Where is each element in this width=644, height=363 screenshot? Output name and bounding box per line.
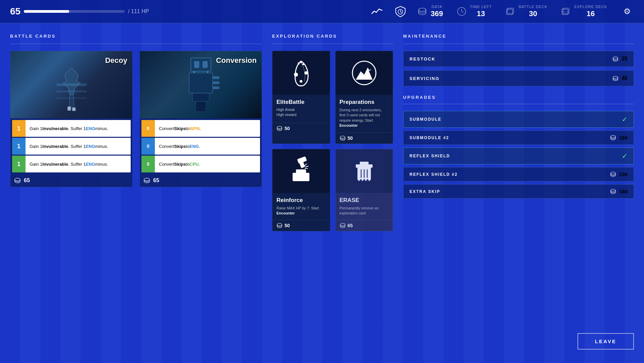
reinforce-footer: 50: [272, 220, 330, 231]
decoy-ability-3: 1 Gain 1 Invulnerable. Suffer 1 ENG minu…: [12, 156, 131, 172]
reinforce-card[interactable]: Reinforce Raise MAX HP by 7. Start Encou…: [272, 149, 330, 232]
time-stat-values: Time left 13: [470, 5, 492, 18]
conversion-cost-footer: 65: [140, 174, 262, 187]
svg-point-30: [144, 178, 149, 181]
conversion-ability-1: 0 Convert Skips to WPN.: [141, 120, 260, 137]
svg-rect-28: [192, 93, 209, 102]
decoy-card-name: Decoy: [105, 56, 127, 65]
svg-point-35: [302, 63, 304, 65]
svg-point-47: [277, 224, 282, 226]
svg-point-58: [611, 172, 615, 174]
elite-battle-image: [272, 51, 330, 95]
svg-marker-12: [69, 95, 74, 108]
conversion-figure: [181, 54, 221, 115]
erase-image: [336, 149, 393, 193]
svg-rect-27: [213, 86, 219, 89]
submodule2-upgrade-button[interactable]: SUBMODULE #2 160: [403, 130, 634, 145]
erase-cost: 65: [348, 223, 353, 228]
extra-skip-button[interactable]: EXTRA SKIP 180: [403, 184, 634, 199]
reinforce-desc: Raise MAX HP by 7. Start Encounter: [276, 206, 326, 216]
svg-line-6: [462, 11, 463, 12]
svg-point-18: [15, 178, 20, 181]
conv-cost-3: 0: [141, 156, 155, 172]
reinforce-body: Reinforce Raise MAX HP by 7. Start Encou…: [272, 193, 330, 220]
maintenance-divider: [403, 44, 634, 44]
reinforce-image: [272, 149, 330, 193]
conversion-card[interactable]: Conversion: [139, 51, 262, 187]
battle-deck-value: 30: [529, 9, 537, 18]
hp-bar: [24, 10, 125, 13]
battle-cards-section: BATTLE CARDS Decoy: [10, 34, 262, 363]
svg-point-32: [304, 71, 308, 75]
conversion-card-image: Conversion: [140, 51, 262, 118]
decoy-ability-2: 1 Gain 1 Invulnerable. Suffer 1 ENG minu…: [12, 138, 131, 155]
preparations-image: [336, 51, 393, 95]
settings-button[interactable]: ⚙: [620, 5, 634, 18]
reflex-shield-button[interactable]: REFLEX SHIELD ✓: [403, 148, 634, 164]
svg-rect-29: [196, 102, 206, 112]
svg-rect-22: [189, 73, 213, 93]
erase-card[interactable]: ERASE Permanently remove an exploration …: [335, 149, 393, 232]
submodule-label: SUBMODULE: [410, 117, 441, 122]
decoy-figure: [55, 65, 88, 112]
conv-cost-2: 0: [141, 138, 155, 155]
submodule-upgrade-button[interactable]: SUBMODULE ✓: [403, 111, 634, 128]
data-label: Data: [432, 5, 442, 9]
ability-text-2: Gain 1 Invulnerable. Suffer 1 ENG minus.: [26, 138, 131, 155]
hp-current: 65: [10, 6, 20, 17]
elite-battle-card[interactable]: EliteBattle High threat High reward 50: [272, 51, 330, 144]
servicing-cost-value: 40: [621, 75, 628, 81]
data-value: 369: [431, 9, 443, 18]
decoy-card[interactable]: Decoy: [10, 51, 133, 187]
svg-point-54: [340, 224, 345, 226]
upgrades-title: UPGRADES: [403, 95, 634, 100]
explore-deck-label: Explore Deck: [574, 5, 607, 9]
decoy-card-image: Decoy: [10, 51, 132, 118]
battle-deck-values: Battle Deck 30: [519, 5, 547, 18]
graph-icon[interactable]: [370, 5, 384, 18]
decoy-abilities: 1 Gain 1 Invulnerable. Suffer 1 ENG minu…: [10, 118, 132, 174]
preparations-card[interactable]: Preparations During next 2 encounters, f…: [335, 51, 393, 144]
svg-point-55: [613, 56, 618, 58]
svg-rect-20: [194, 61, 199, 68]
threat-high: High threat: [276, 108, 326, 112]
reflex-shield2-button[interactable]: REFLEX SHIELD #2 230: [403, 167, 634, 182]
elite-battle-body: EliteBattle High threat High reward: [272, 95, 330, 123]
conversion-cost: 65: [153, 177, 159, 184]
preparations-body: Preparations During next 2 encounters, f…: [336, 95, 393, 132]
ability-text-3: Gain 1 Invulnerable. Suffer 1 ENG minus.: [26, 156, 131, 172]
reflex-shield2-cost: 230: [610, 171, 628, 177]
time-label: Time left: [470, 5, 492, 9]
svg-point-37: [277, 126, 282, 129]
preparations-desc: During next 2 encounters, first 3 used c…: [340, 108, 389, 128]
battle-divider: [10, 44, 262, 44]
conversion-abilities: 0 Convert Skips to WPN. 0 Convert Skips …: [140, 118, 262, 174]
maintenance-section: MAINTENANCE RESTOCK 25 SERVICING: [403, 34, 634, 363]
elite-battle-cost: 50: [285, 126, 290, 131]
hp-section: 65 / 111 HP: [10, 6, 360, 17]
elite-battle-footer: 50: [272, 123, 330, 134]
ability-cost-3: 1: [12, 156, 26, 172]
servicing-button[interactable]: SERVICING 40: [403, 70, 634, 86]
erase-desc: Permanently remove an exploration card: [340, 206, 389, 216]
exploration-title: EXPLORATION CARDS: [272, 34, 393, 39]
conversion-card-name: Conversion: [216, 56, 257, 65]
extra-skip-cost-value: 180: [619, 189, 628, 194]
top-bar: 65 / 111 HP: [0, 0, 644, 24]
servicing-cost: 40: [612, 75, 628, 81]
submodule2-cost-value: 160: [619, 135, 628, 140]
svg-point-36: [300, 61, 302, 63]
svg-rect-14: [72, 108, 76, 111]
restock-cost: 25: [612, 56, 628, 62]
svg-point-59: [611, 189, 615, 191]
submodule2-label: SUBMODULE #2: [410, 135, 449, 140]
extra-skip-cost: 180: [610, 189, 628, 194]
battle-cards-title: BATTLE CARDS: [10, 34, 262, 39]
erase-body: ERASE Permanently remove an exploration …: [336, 193, 393, 220]
data-stat: Data 369: [417, 5, 443, 18]
shield-clock-icon[interactable]: [394, 5, 407, 18]
erase-name: ERASE: [340, 197, 389, 204]
svg-line-44: [304, 164, 307, 166]
restock-button[interactable]: RESTOCK 25: [403, 51, 634, 67]
svg-point-56: [613, 76, 618, 78]
